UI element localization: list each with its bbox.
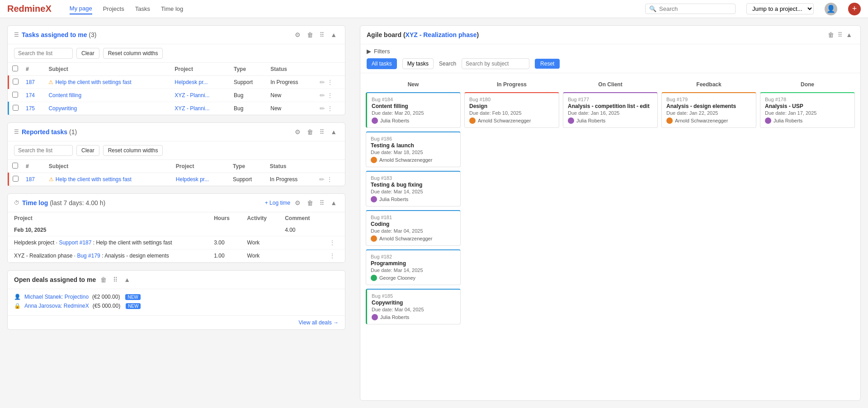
rep-task-subject-link[interactable]: Help the client with settings fast <box>56 176 132 183</box>
global-search-box: 🔍 <box>645 4 736 14</box>
timelog-move-btn[interactable]: ⠿ <box>318 198 326 207</box>
tasks-reset-cols-btn[interactable]: Reset column widths <box>103 48 163 59</box>
col-done: Done Bug #178 Analysis - USP Due date: J… <box>760 79 855 339</box>
assignee-avatar <box>568 117 574 124</box>
task-checkbox[interactable] <box>13 105 19 111</box>
tl-more-btn2[interactable]: ⋮ <box>329 252 335 259</box>
task-id-link[interactable]: 187 <box>26 79 35 85</box>
search-input[interactable] <box>659 5 731 12</box>
filters-toggle-btn[interactable]: ▶ Filters <box>367 48 390 55</box>
table-row: XYZ - Realization phase · Bug #179 : Ana… <box>8 249 345 263</box>
reported-clear-btn[interactable]: Clear <box>76 145 99 156</box>
deal-link2[interactable]: Anna Jarosova: RedmineX <box>24 303 89 309</box>
board-card[interactable]: Bug #184 Content filling Due date: Mar 2… <box>366 92 461 128</box>
deals-collapse-btn[interactable]: ▲ <box>122 275 132 284</box>
deals-move-btn[interactable]: ⠿ <box>111 275 119 284</box>
nav-time-log[interactable]: Time log <box>161 4 183 14</box>
rep-task-project-link[interactable]: Helpdesk pr... <box>176 176 209 183</box>
assignee-avatar <box>372 117 378 124</box>
list-item: 🔒 Anna Jarosova: RedmineX (€5 000.00) NE… <box>14 303 339 309</box>
tasks-clear-btn[interactable]: Clear <box>76 48 99 59</box>
reported-search-input[interactable] <box>14 145 73 156</box>
tasks-collapse-btn[interactable]: ▲ <box>329 30 339 39</box>
board-card[interactable]: Bug #177 Analysis - competition list - e… <box>563 92 658 128</box>
task-subject-link[interactable]: Copywriting <box>48 105 77 112</box>
tl-more-btn[interactable]: ⋮ <box>329 239 335 246</box>
card-tag: Bug #182 <box>371 254 456 259</box>
board-card[interactable]: Bug #180 Design Due date: Feb 10, 2025 A… <box>464 92 559 128</box>
board-delete-btn[interactable]: 🗑 <box>826 30 836 39</box>
logo-suffix: X <box>45 4 51 14</box>
task-project-link[interactable]: XYZ - Planni... <box>175 92 209 98</box>
reported-move-btn[interactable]: ⠿ <box>318 127 326 136</box>
board-title: Agile board (XYZ - Realization phase) <box>367 31 826 38</box>
board-card[interactable]: Bug #186 Testing & launch Due date: Mar … <box>366 131 461 167</box>
tasks-controls: Clear Reset column widths <box>8 44 345 63</box>
reported-settings-btn[interactable]: ⚙ <box>293 127 302 136</box>
task-project-link[interactable]: Helpdesk pr... <box>175 79 208 85</box>
task-edit-btn[interactable]: ✏ <box>320 79 325 86</box>
nav-projects[interactable]: Projects <box>103 4 124 14</box>
board-move-btn[interactable]: ⠿ <box>836 30 844 39</box>
table-row: 174 Content filling XYZ - Planni... Bug … <box>9 89 345 102</box>
tasks-select-all[interactable] <box>12 66 18 71</box>
board-card[interactable]: Bug #179 Analysis - design elements Due … <box>661 92 756 128</box>
task-checkbox[interactable] <box>12 92 18 98</box>
nav-tasks[interactable]: Tasks <box>135 4 150 14</box>
tab-my-tasks[interactable]: My tasks <box>402 58 434 69</box>
rep-task-more-btn[interactable]: ⋮ <box>326 176 333 183</box>
deal-link[interactable]: Michael Stanek: Projectino <box>24 294 89 300</box>
deals-delete-btn[interactable]: 🗑 <box>99 275 108 284</box>
deal-amount: (€2 000.00) <box>92 294 120 300</box>
tab-all-tasks[interactable]: All tasks <box>367 58 397 69</box>
task-edit-btn[interactable]: ✏ <box>320 105 325 112</box>
board-card[interactable]: Bug #181 Coding Due date: Mar 04, 2025 A… <box>366 210 461 246</box>
timelog-title-link[interactable]: Time log <box>22 199 48 206</box>
agile-board: Agile board (XYZ - Realization phase) 🗑 … <box>360 25 861 401</box>
tasks-move-btn[interactable]: ⠿ <box>318 30 326 39</box>
rep-task-checkbox[interactable] <box>13 176 19 182</box>
rep-task-id-link[interactable]: 187 <box>26 176 35 183</box>
tasks-settings-btn[interactable]: ⚙ <box>293 30 302 39</box>
nav-my-page[interactable]: My page <box>70 3 92 14</box>
rep-task-edit-btn[interactable]: ✏ <box>319 176 325 183</box>
task-more-btn[interactable]: ⋮ <box>327 92 333 99</box>
board-project-link[interactable]: XYZ - Realization phase <box>406 31 477 38</box>
reported-collapse-btn[interactable]: ▲ <box>329 127 339 136</box>
task-subject-link[interactable]: Help the client with settings fast <box>55 79 131 85</box>
task-id-link[interactable]: 174 <box>26 92 35 98</box>
logo-text: Redmine <box>7 4 45 14</box>
col-project: Project <box>171 63 230 76</box>
task-checkbox[interactable] <box>13 79 19 84</box>
board-reset-btn[interactable]: Reset <box>535 59 560 69</box>
jump-to-project-select[interactable]: Jump to a project... <box>746 3 814 14</box>
board-collapse-btn[interactable]: ▲ <box>844 30 854 39</box>
task-id-link[interactable]: 175 <box>26 105 35 112</box>
tl-task-link2[interactable]: Bug #179 <box>77 253 100 259</box>
tasks-search-input[interactable] <box>14 48 73 59</box>
task-edit-btn[interactable]: ✏ <box>320 92 325 99</box>
reported-delete-btn[interactable]: 🗑 <box>305 127 315 136</box>
task-project-link[interactable]: XYZ - Planni... <box>175 105 209 112</box>
task-more-btn[interactable]: ⋮ <box>327 79 333 86</box>
timelog-settings-btn[interactable]: ⚙ <box>293 198 302 207</box>
board-card[interactable]: Bug #182 Programming Due date: Mar 14, 2… <box>366 249 461 285</box>
board-card[interactable]: Bug #178 Analysis - USP Due date: Jan 17… <box>760 92 855 128</box>
task-more-btn[interactable]: ⋮ <box>327 105 333 112</box>
task-subject-link[interactable]: Content filling <box>48 92 81 98</box>
log-time-btn[interactable]: + Log time <box>265 200 290 206</box>
tasks-delete-btn[interactable]: 🗑 <box>305 30 315 39</box>
card-title: Coding <box>371 221 456 227</box>
board-card[interactable]: Bug #185 Copywriting Due date: Mar 04, 2… <box>366 289 461 324</box>
reported-reset-cols-btn[interactable]: Reset column widths <box>103 145 163 156</box>
tl-task-link[interactable]: Support #187 <box>59 239 91 246</box>
board-search-input[interactable] <box>462 58 529 69</box>
add-button[interactable]: + <box>848 3 861 15</box>
view-all-deals-link[interactable]: View all deals → <box>8 315 345 329</box>
card-title: Analysis - USP <box>765 103 850 109</box>
board-card[interactable]: Bug #183 Testing & bug fixing Due date: … <box>366 171 461 206</box>
timelog-collapse-btn[interactable]: ▲ <box>329 198 339 207</box>
card-assignee: Julia Roberts <box>372 117 456 124</box>
timelog-delete-btn[interactable]: 🗑 <box>305 198 315 207</box>
reported-select-all[interactable] <box>12 163 18 169</box>
